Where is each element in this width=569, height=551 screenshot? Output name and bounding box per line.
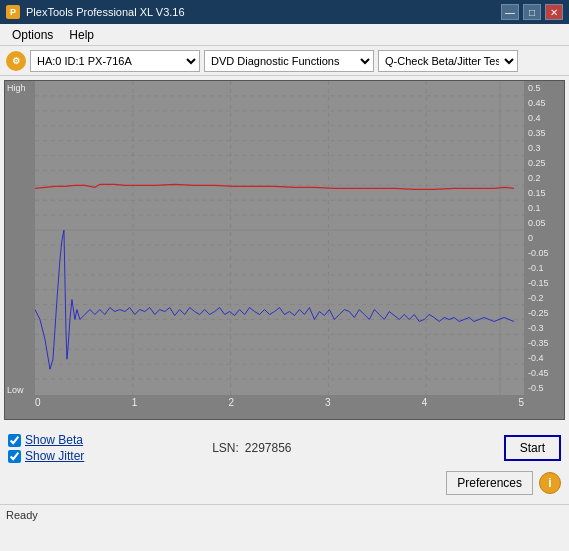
menu-bar: Options Help bbox=[0, 24, 569, 46]
maximize-button[interactable]: □ bbox=[523, 4, 541, 20]
x-label-2: 2 bbox=[228, 397, 234, 408]
menu-options[interactable]: Options bbox=[4, 26, 61, 44]
buttons-section: Start bbox=[504, 435, 561, 461]
preferences-button[interactable]: Preferences bbox=[446, 471, 533, 495]
prefs-section: Preferences i bbox=[446, 471, 561, 495]
title-bar: P PlexTools Professional XL V3.16 — □ ✕ bbox=[0, 0, 569, 24]
show-jitter-label[interactable]: Show Jitter bbox=[25, 449, 84, 463]
drive-icon: ⚙ bbox=[6, 51, 26, 71]
show-beta-label[interactable]: Show Beta bbox=[25, 433, 83, 447]
x-label-4: 4 bbox=[422, 397, 428, 408]
app-icon: P bbox=[6, 5, 20, 19]
menu-help[interactable]: Help bbox=[61, 26, 102, 44]
y-axis-right: 0.5 0.45 0.4 0.35 0.3 0.25 0.2 0.15 0.1 … bbox=[524, 81, 564, 395]
show-beta-checkbox[interactable] bbox=[8, 434, 21, 447]
close-button[interactable]: ✕ bbox=[545, 4, 563, 20]
start-button[interactable]: Start bbox=[504, 435, 561, 461]
drive-select[interactable]: HA:0 ID:1 PX-716A bbox=[30, 50, 200, 72]
status-bar: Ready bbox=[0, 504, 569, 524]
x-label-0: 0 bbox=[35, 397, 41, 408]
checkboxes: Show Beta Show Jitter bbox=[8, 433, 204, 463]
high-label: High bbox=[7, 83, 26, 93]
chart-container: High Low 0.5 0.45 0.4 0.35 0.3 0.25 0.2 … bbox=[4, 80, 565, 420]
info-button[interactable]: i bbox=[539, 472, 561, 494]
show-beta-item: Show Beta bbox=[8, 433, 83, 447]
svg-rect-0 bbox=[35, 81, 524, 395]
x-label-3: 3 bbox=[325, 397, 331, 408]
bottom-row1: Show Beta Show Jitter LSN: 2297856 Start bbox=[8, 433, 561, 463]
x-axis: 0 1 2 3 4 5 bbox=[35, 395, 524, 419]
x-label-5: 5 bbox=[518, 397, 524, 408]
function-select[interactable]: DVD Diagnostic Functions bbox=[204, 50, 374, 72]
show-jitter-item: Show Jitter bbox=[8, 449, 84, 463]
lsn-label: LSN: bbox=[212, 441, 239, 455]
test-select[interactable]: Q-Check Beta/Jitter Test bbox=[378, 50, 518, 72]
minimize-button[interactable]: — bbox=[501, 4, 519, 20]
chart-plot-area bbox=[35, 81, 524, 395]
bottom-row2: Preferences i bbox=[8, 471, 561, 495]
status-text: Ready bbox=[6, 509, 38, 521]
x-label-1: 1 bbox=[132, 397, 138, 408]
show-jitter-checkbox[interactable] bbox=[8, 450, 21, 463]
lsn-section: LSN: 2297856 bbox=[212, 441, 291, 455]
lsn-value: 2297856 bbox=[245, 441, 292, 455]
window-controls: — □ ✕ bbox=[501, 4, 563, 20]
toolbar: ⚙ HA:0 ID:1 PX-716A DVD Diagnostic Funct… bbox=[0, 46, 569, 76]
app-title: PlexTools Professional XL V3.16 bbox=[26, 6, 185, 18]
bottom-panel: Show Beta Show Jitter LSN: 2297856 Start… bbox=[0, 424, 569, 504]
low-label: Low bbox=[7, 385, 24, 395]
chart-svg bbox=[35, 81, 524, 395]
